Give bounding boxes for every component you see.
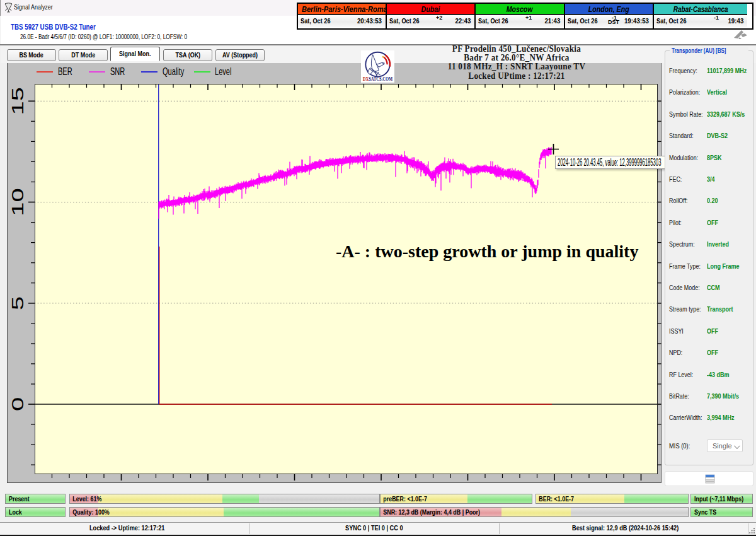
- svg-text:5: 5: [8, 296, 27, 310]
- svg-text:DXSATCS.COM: DXSATCS.COM: [363, 76, 393, 82]
- svg-text:0: 0: [8, 397, 27, 411]
- svg-text:15: 15: [8, 87, 27, 115]
- svg-text:10: 10: [8, 188, 27, 216]
